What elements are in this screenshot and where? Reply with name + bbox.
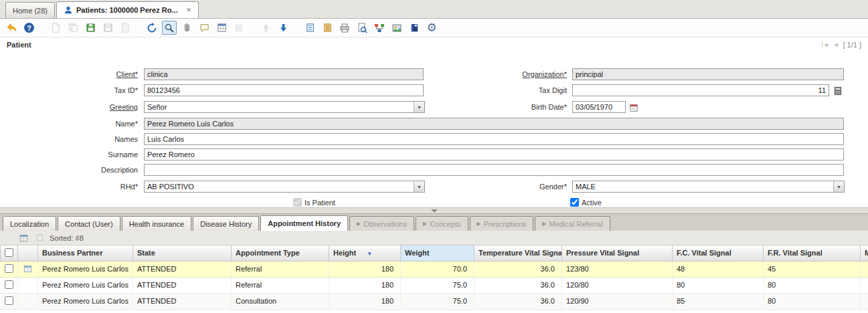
row-edit-icon[interactable]	[22, 265, 33, 273]
cell-state[interactable]: ATTENDED	[133, 277, 232, 293]
cell-weight[interactable]: 75.0	[401, 277, 474, 293]
column-header-me[interactable]: Me	[861, 245, 868, 261]
chat-icon[interactable]	[197, 21, 211, 35]
patient-icon	[64, 5, 73, 15]
cell-state[interactable]: ATTENDED	[133, 293, 232, 309]
cell-height[interactable]: 180	[329, 293, 401, 309]
toolbar: ? ⚙	[0, 19, 868, 37]
tab-contact-user[interactable]: Contact (User)	[58, 216, 120, 231]
client-input	[144, 68, 424, 80]
greeting-label[interactable]: Greeting	[0, 103, 138, 111]
column-header-height[interactable]: Height▼	[329, 245, 401, 261]
jasper-report-icon[interactable]	[320, 21, 335, 35]
close-tab-icon[interactable]: ×	[187, 5, 191, 15]
row-indicator-header	[18, 245, 38, 261]
greeting-value: Señor	[145, 103, 414, 111]
cell-fr[interactable]: 45	[764, 261, 861, 277]
active-checkbox[interactable]	[570, 198, 579, 207]
names-input[interactable]	[144, 133, 844, 145]
export-icon[interactable]	[389, 21, 404, 35]
cell-height[interactable]: 180	[329, 277, 401, 293]
customize-grid-icon[interactable]	[17, 233, 29, 243]
select-all-checkbox[interactable]	[5, 248, 13, 257]
tax-digit-input[interactable]	[572, 84, 829, 96]
chevron-down-icon[interactable]: ▼	[833, 181, 844, 192]
select-all-cell[interactable]	[1, 245, 18, 261]
cell-pressure[interactable]: 123/80	[562, 261, 673, 277]
birth-date-input[interactable]	[572, 101, 626, 113]
client-label[interactable]: Client*	[0, 70, 138, 78]
cell-state[interactable]: ATTENDED	[133, 261, 232, 277]
chevron-down-icon[interactable]: ▼	[414, 102, 424, 112]
cell-temperature[interactable]: 36.0	[474, 261, 562, 277]
new-record-icon	[48, 21, 63, 35]
undo-icon[interactable]	[4, 21, 19, 35]
report-icon[interactable]	[302, 21, 317, 35]
cell-fr[interactable]: 80	[764, 277, 861, 293]
cell-weight[interactable]: 75.0	[401, 293, 474, 309]
tab-disease-history[interactable]: Disease History	[193, 216, 259, 231]
column-header-fc[interactable]: F.C. Vital Signal	[673, 245, 764, 261]
tax-id-input[interactable]	[144, 84, 424, 96]
greeting-select[interactable]: Señor ▼	[144, 101, 425, 113]
column-header-temperature[interactable]: Temperature Vital Signal	[474, 245, 562, 261]
tab-concepts: ▶Concepts	[416, 216, 468, 231]
refresh-icon[interactable]	[145, 21, 159, 35]
print-preview-icon[interactable]	[355, 21, 369, 35]
calculator-icon[interactable]	[832, 85, 843, 96]
table-row[interactable]: Perez Romero Luis Carlos ATTENDED Consul…	[1, 293, 868, 309]
cell-business-partner[interactable]: Perez Romero Luis Carlos	[38, 293, 133, 309]
row-checkbox[interactable]	[5, 264, 13, 273]
table-row[interactable]: Perez Romero Luis Carlos ATTENDED Referr…	[1, 261, 868, 277]
help-icon[interactable]: ?	[21, 21, 36, 35]
chevron-down-icon[interactable]: ▼	[414, 181, 424, 192]
cell-appointment-type[interactable]: Referral	[232, 261, 329, 277]
cell-fc[interactable]: 85	[673, 293, 764, 309]
detail-record-icon[interactable]	[276, 21, 290, 35]
cell-weight[interactable]: 70.0	[401, 261, 474, 277]
cell-height[interactable]: 180	[329, 261, 401, 277]
cell-business-partner[interactable]: Perez Romero Luis Carlos	[38, 277, 133, 293]
cell-temperature[interactable]: 36.0	[474, 277, 562, 293]
column-header-state[interactable]: State	[133, 245, 232, 261]
cell-fc[interactable]: 48	[673, 261, 764, 277]
description-input[interactable]	[144, 164, 844, 176]
tab-patients[interactable]: Patients: 1000000 Perez Ro... ×	[56, 1, 199, 18]
column-header-appointment-type[interactable]: Appointment Type	[232, 245, 329, 261]
cell-pressure[interactable]: 120/80	[562, 277, 673, 293]
cell-appointment-type[interactable]: Consultation	[232, 293, 329, 309]
cell-fc[interactable]: 80	[673, 277, 764, 293]
grid-toggle-icon[interactable]	[214, 21, 229, 35]
cell-business-partner[interactable]: Perez Romero Luis Carlos	[38, 261, 133, 277]
tab-home[interactable]: Home (28)	[5, 2, 55, 18]
cell-pressure[interactable]: 120/90	[562, 293, 673, 309]
first-record-icon: |◄	[821, 41, 829, 48]
calendar-icon[interactable]	[628, 102, 639, 113]
cell-fr[interactable]: 80	[764, 293, 861, 309]
rhd-select[interactable]: AB POSITIVO ▼	[144, 181, 425, 193]
archive-icon[interactable]	[407, 21, 422, 35]
settings-icon[interactable]: ⚙	[424, 21, 439, 35]
grid-toolbar: Sorted: #8	[0, 231, 868, 245]
organization-label[interactable]: Organization*	[428, 70, 567, 78]
tab-localization[interactable]: Localization	[3, 216, 56, 231]
column-header-weight[interactable]: Weight	[401, 245, 474, 261]
cell-appointment-type[interactable]: Referral	[232, 277, 329, 293]
attachment-icon[interactable]	[179, 21, 194, 35]
tab-health-insurance[interactable]: Health insurance	[122, 216, 192, 231]
table-row[interactable]: Perez Romero Luis Carlos ATTENDED Referr…	[1, 277, 868, 293]
gender-select[interactable]: MALE ▼	[572, 181, 845, 193]
record-header: Patient |◄ ◄ [ 1/1 ]	[0, 37, 868, 52]
row-checkbox[interactable]	[5, 280, 13, 289]
workflow-icon[interactable]	[372, 21, 387, 35]
save-icon[interactable]	[83, 21, 98, 35]
surname-input[interactable]	[144, 148, 844, 161]
print-icon[interactable]	[337, 21, 352, 35]
column-header-business-partner[interactable]: Business Partner	[38, 245, 133, 261]
find-icon[interactable]	[162, 21, 177, 35]
tab-appointment-history[interactable]: Appointment History	[260, 215, 348, 231]
cell-temperature[interactable]: 36.0	[474, 293, 562, 309]
row-checkbox[interactable]	[5, 296, 13, 305]
column-header-pressure[interactable]: Pressure Vital Signal	[562, 245, 673, 261]
column-header-fr[interactable]: F.R. Vital Signal	[764, 245, 861, 261]
